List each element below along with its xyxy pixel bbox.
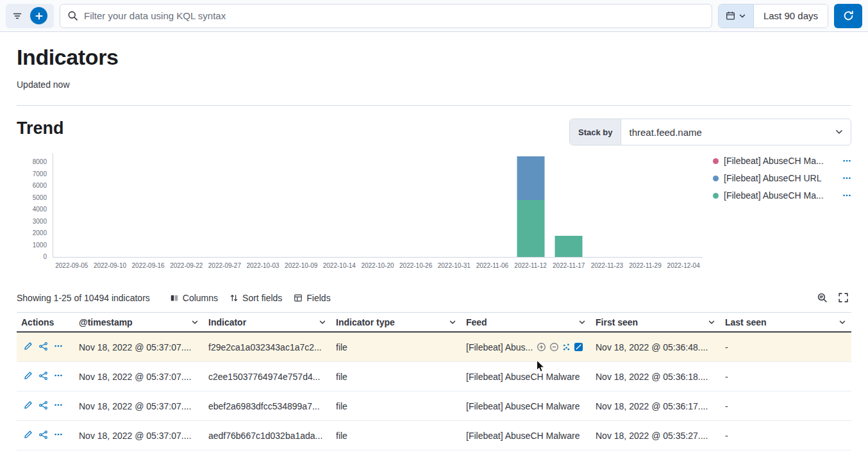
more-actions-button[interactable] [53,370,64,383]
kql-search-bar[interactable] [60,4,712,28]
chevron-down-icon[interactable] [578,318,586,326]
fullscreen-button[interactable] [835,290,851,306]
chart-bar[interactable] [555,236,583,257]
x-axis-tick-label: 2022-10-09 [282,262,321,269]
more-actions-button[interactable] [53,429,64,442]
cell-timestamp[interactable]: Nov 18, 2022 @ 05:37:07.... [74,401,204,411]
cell-first-seen[interactable]: Nov 18, 2022 @ 05:36:18.... [591,372,721,382]
refresh-button[interactable] [834,4,862,28]
x-axis-tick-label: 2022-09-05 [53,262,91,269]
column-header-feed[interactable]: Feed [462,317,591,327]
table-row[interactable]: Nov 18, 2022 @ 05:37:07....ebef2a6983dfc… [17,392,851,421]
chevron-down-icon[interactable] [319,318,326,326]
table-header-row: Actions@timestampIndicatorIndicator type… [17,312,851,333]
edit-indicator-button[interactable] [22,340,34,354]
column-header-first-seen[interactable]: First seen [591,317,721,327]
date-picker-group: Last 90 days [718,4,828,28]
cell-indicator[interactable]: aedf76b667c1d032ba1ada... [204,431,331,441]
filter-out-value-icon[interactable] [549,342,559,352]
cell-feed[interactable]: [Filebeat] AbuseCH Malware [462,401,591,411]
cell-first-seen[interactable]: Nov 18, 2022 @ 05:35:27.... [591,431,721,441]
cell-first-seen[interactable]: Nov 18, 2022 @ 05:36:17.... [591,401,721,411]
cell-indicator[interactable]: f29e2ca1a032343ac1a7c2... [204,342,331,352]
chevron-down-icon[interactable] [839,318,846,326]
legend-label[interactable]: [Filebeat] AbuseCH URL [724,173,837,183]
cell-indicator[interactable]: c2ee15037764974e757d4... [204,372,331,382]
cell-feed[interactable]: [Filebeat] AbuseCH Malware [462,372,591,382]
legend-item[interactable]: [Filebeat] AbuseCH Ma... [713,156,851,166]
legend-color-dot [713,158,719,164]
cell-indicator-type[interactable]: file [331,401,462,411]
y-axis-tick-label: 8000 [33,159,47,165]
legend-more-actions-icon[interactable] [842,156,851,165]
table-row[interactable]: Nov 18, 2022 @ 05:37:07....f29e2ca1a0323… [17,333,851,362]
cell-timestamp[interactable]: Nov 18, 2022 @ 05:37:07.... [74,342,204,352]
more-actions-button[interactable] [53,399,64,413]
edit-indicator-button[interactable] [22,429,34,442]
chevron-down-icon[interactable] [449,318,456,326]
investigate-in-timeline-button[interactable] [37,399,49,413]
top-values-icon[interactable] [562,343,571,351]
timeline-icon [38,400,48,412]
table-row[interactable]: Nov 18, 2022 @ 05:37:07....aedf76b667c1d… [17,421,851,450]
edit-indicator-button[interactable] [22,370,34,383]
fields-button[interactable]: Fields [288,290,336,306]
date-range-button[interactable]: Last 90 days [754,4,828,28]
cell-timestamp[interactable]: Nov 18, 2022 @ 05:37:07.... [74,431,204,441]
legend-label[interactable]: [Filebeat] AbuseCH Ma... [724,156,837,166]
y-axis-tick-label: 0 [43,254,47,260]
cell-indicator-type[interactable]: file [331,431,462,441]
column-header-indicator-type[interactable]: Indicator type [331,317,462,327]
cell-feed[interactable]: [Filebeat] AbuseCH Malware [462,431,591,441]
cell-last-seen[interactable]: - [721,372,851,382]
column-header-actions[interactable]: Actions [17,317,74,327]
investigate-in-timeline-button[interactable] [37,340,49,354]
cell-hover-actions [537,342,583,352]
more-actions-button[interactable] [53,340,64,354]
table-row[interactable]: Nov 18, 2022 @ 05:37:07....c2ee150377649… [17,362,851,392]
sort-icon [230,293,238,302]
column-header--timestamp[interactable]: @timestamp [74,317,204,327]
sort-fields-button[interactable]: Sort fields [224,290,288,306]
cell-last-seen[interactable]: - [721,342,851,352]
search-input[interactable] [84,10,705,21]
investigate-in-timeline-button[interactable] [37,370,49,384]
cell-timestamp[interactable]: Nov 18, 2022 @ 05:37:07.... [74,372,204,382]
saved-queries-button[interactable] [12,11,22,21]
legend-more-actions-icon[interactable] [842,174,851,183]
legend-item[interactable]: [Filebeat] AbuseCH URL [713,173,851,183]
chart-bar[interactable] [517,156,544,257]
timeline-icon [38,371,48,383]
column-header-indicator[interactable]: Indicator [204,317,331,327]
chart-y-axis: 010002000300040005000600070008000 [17,153,53,258]
filter-for-value-icon[interactable] [537,342,546,352]
legend-label[interactable]: [Filebeat] AbuseCH Ma... [724,190,837,201]
chevron-down-icon[interactable] [708,318,715,326]
stack-by-select[interactable]: Stack by threat.feed.name [569,119,851,145]
date-picker-button[interactable] [719,4,754,28]
search-icon [67,10,78,21]
chevron-down-icon[interactable] [191,318,199,326]
legend-more-actions-icon[interactable] [842,191,851,200]
cell-last-seen[interactable]: - [721,401,851,411]
cell-indicator-type[interactable]: file [331,342,462,352]
edit-icon [24,371,33,382]
add-filter-button[interactable] [30,7,47,24]
columns-button[interactable]: Columns [164,290,224,306]
x-axis-tick-label: 2022-09-10 [91,262,129,269]
legend-item[interactable]: [Filebeat] AbuseCH Ma... [713,190,851,201]
cell-feed[interactable]: [Filebeat] Abus... [462,342,591,352]
cell-last-seen[interactable]: - [721,431,851,441]
add-to-timeline-icon[interactable] [574,342,583,352]
column-header-last-seen[interactable]: Last seen [721,317,851,327]
edit-icon [24,400,33,411]
investigate-in-timeline-button[interactable] [37,429,49,443]
edit-indicator-button[interactable] [22,399,34,413]
add-icon [35,12,44,21]
chart-x-axis: 2022-09-052022-09-102022-09-162022-09-22… [53,262,703,272]
cell-first-seen[interactable]: Nov 18, 2022 @ 05:36:48.... [591,342,721,352]
x-axis-tick-label: 2022-09-16 [129,262,167,269]
cell-indicator-type[interactable]: file [331,372,462,382]
cell-indicator[interactable]: ebef2a6983dfcc534899a7... [204,401,331,411]
inspect-button[interactable] [814,290,830,306]
